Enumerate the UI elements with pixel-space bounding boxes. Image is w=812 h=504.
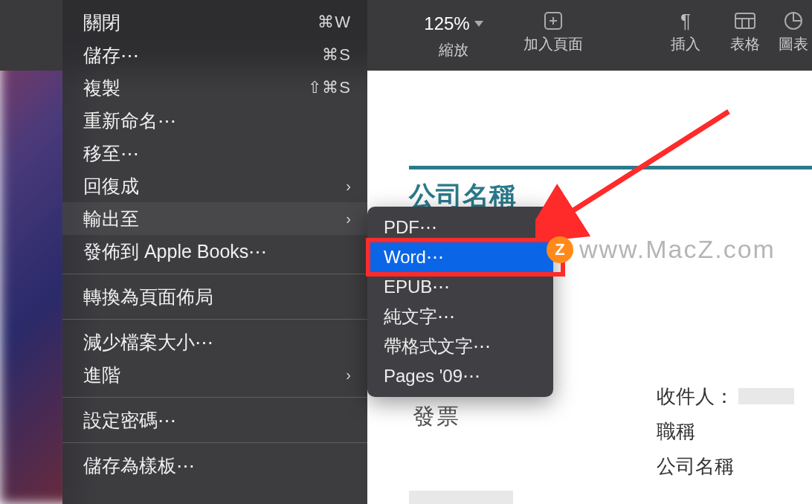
field-jobtitle: 職稱 <box>657 414 695 449</box>
menu-item[interactable]: 重新命名⋯ <box>62 104 367 137</box>
field-recipient: 收件人： <box>657 379 734 414</box>
menu-item[interactable]: 移至⋯ <box>62 137 367 169</box>
chevron-right-icon: › <box>346 366 351 384</box>
menu-item-label: 設定密碼⋯ <box>83 408 351 433</box>
export-submenu: PDF⋯Word⋯EPUB⋯純文字⋯帶格式文字⋯Pages '09⋯ <box>367 207 553 397</box>
chevron-down-icon <box>474 21 483 27</box>
menu-shortcut: ⇧⌘S <box>308 78 351 97</box>
table-icon <box>734 10 756 31</box>
menu-item-label: 回復成 <box>83 174 346 198</box>
menu-item-label: 儲存⋯ <box>83 43 322 68</box>
plus-icon <box>542 10 564 31</box>
document-subtitle: 發票 <box>413 401 460 432</box>
menu-separator <box>62 442 367 443</box>
submenu-item[interactable]: PDF⋯ <box>367 213 553 242</box>
menu-item-label: 複製 <box>83 76 308 100</box>
menu-item[interactable]: 減少檔案大小⋯ <box>62 326 367 358</box>
add-page-label: 加入頁面 <box>523 34 583 54</box>
menu-item-label: 輸出至 <box>83 207 346 231</box>
file-menu: 關閉⌘W儲存⋯⌘S複製⇧⌘S重新命名⋯移至⋯回復成›輸出至›發佈到 Apple … <box>62 0 367 504</box>
menu-item-label: 發佈到 Apple Books⋯ <box>83 239 351 264</box>
placeholder <box>409 491 513 504</box>
pilcrow-icon: ¶ <box>674 10 697 31</box>
menu-item-label: 移至⋯ <box>83 141 351 166</box>
menu-item[interactable]: 回復成› <box>62 169 367 202</box>
submenu-item[interactable]: EPUB⋯ <box>367 272 553 302</box>
submenu-item[interactable]: Word⋯ <box>367 242 553 272</box>
submenu-item[interactable]: 純文字⋯ <box>367 302 553 332</box>
chart-button[interactable]: 圖表 <box>775 0 812 54</box>
menu-item[interactable]: 設定密碼⋯ <box>62 404 367 436</box>
menu-item-label: 儲存為樣板⋯ <box>83 453 351 478</box>
menu-item[interactable]: 發佈到 Apple Books⋯ <box>62 235 367 268</box>
zoom-control[interactable]: 125% 縮放 <box>409 0 498 60</box>
add-page-button[interactable]: 加入頁面 <box>516 0 590 54</box>
menu-item[interactable]: 複製⇧⌘S <box>62 71 367 104</box>
chart-icon <box>782 10 805 31</box>
menu-item-label: 轉換為頁面佈局 <box>83 285 351 309</box>
chevron-right-icon: › <box>346 178 351 195</box>
menu-separator <box>62 319 367 320</box>
menu-item[interactable]: 關閉⌘W <box>62 6 367 39</box>
document-rule <box>409 166 812 169</box>
menu-item-label: 重新命名⋯ <box>83 109 351 133</box>
submenu-item[interactable]: Pages '09⋯ <box>367 361 553 391</box>
submenu-item[interactable]: 帶格式文字⋯ <box>367 332 553 361</box>
menu-shortcut: ⌘S <box>322 45 351 65</box>
menu-separator <box>62 397 367 398</box>
menu-separator <box>62 274 367 274</box>
menu-item[interactable]: 儲存⋯⌘S <box>62 39 367 71</box>
menu-item[interactable]: 進階› <box>62 358 367 391</box>
menu-item[interactable]: 輸出至› <box>62 202 367 235</box>
menu-item-label: 減少檔案大小⋯ <box>83 330 351 355</box>
svg-rect-3 <box>735 13 755 28</box>
insert-button[interactable]: ¶ 插入 <box>656 0 715 54</box>
field-company: 公司名稱 <box>657 449 734 484</box>
menu-shortcut: ⌘W <box>318 13 351 32</box>
placeholder <box>738 388 794 404</box>
table-label: 表格 <box>730 34 760 54</box>
chart-label: 圖表 <box>779 34 808 54</box>
menu-item-label: 關閉 <box>83 10 318 35</box>
zoom-label: 縮放 <box>439 40 468 60</box>
menu-item-label: 進階 <box>83 363 346 387</box>
document-fields: 收件人： 職稱 公司名稱 <box>657 379 794 483</box>
menu-item[interactable]: 儲存為樣板⋯ <box>62 449 367 482</box>
menu-item[interactable]: 轉換為頁面佈局 <box>62 280 367 313</box>
insert-label: 插入 <box>671 34 700 54</box>
zoom-value: 125% <box>424 13 469 34</box>
chevron-right-icon: › <box>346 210 351 227</box>
table-button[interactable]: 表格 <box>715 0 775 54</box>
